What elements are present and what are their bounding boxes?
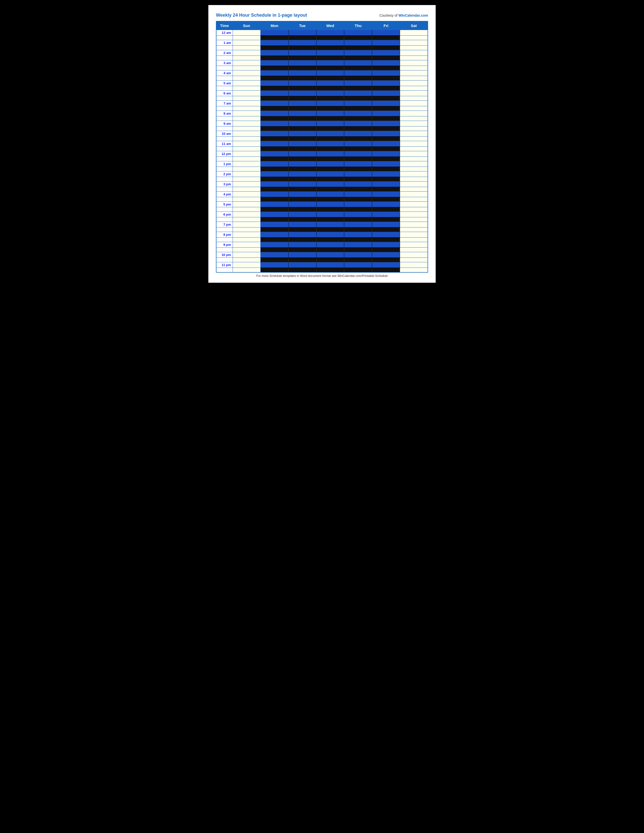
table-row [216, 167, 428, 171]
col-header-tue: Tue [288, 21, 316, 30]
page-title: Weekly 24 Hour Schedule in 1-page layout [216, 13, 307, 18]
table-row: 4 pm [216, 191, 428, 197]
col-header-sun: Sun [233, 21, 260, 30]
table-row: 6 pm [216, 212, 428, 217]
table-row: 1 am [216, 40, 428, 46]
table-row [216, 147, 428, 151]
table-row [216, 268, 428, 272]
page-header: Weekly 24 Hour Schedule in 1-page layout… [216, 13, 428, 18]
table-row [216, 238, 428, 242]
col-header-time: Time [216, 21, 233, 30]
table-row [216, 96, 428, 101]
table-row: 8 pm [216, 232, 428, 238]
table-row [216, 207, 428, 212]
table-row: 8 am [216, 111, 428, 116]
col-header-sat: Sat [400, 21, 428, 30]
col-header-thu: Thu [344, 21, 372, 30]
table-row: 9 pm [216, 242, 428, 248]
table-row: 6 am [216, 91, 428, 96]
footer-text: For more Schedule templates in Word docu… [216, 274, 428, 278]
col-header-mon: Mon [261, 21, 288, 30]
header-row: Time Sun Mon Tue Wed Thu Fri Sat [216, 21, 428, 30]
table-row [216, 187, 428, 191]
table-row: 5 am [216, 80, 428, 86]
table-row [216, 86, 428, 91]
table-row [216, 258, 428, 262]
table-row [216, 157, 428, 161]
courtesy-text: Courtesy of WinCalendar.com [379, 13, 428, 18]
table-row: 9 am [216, 121, 428, 127]
page-container: Weekly 24 Hour Schedule in 1-page layout… [208, 5, 436, 283]
table-row: 1 pm [216, 161, 428, 167]
table-row: 5 pm [216, 202, 428, 207]
table-row: 12 am [216, 30, 428, 35]
table-row [216, 76, 428, 80]
table-row: 7 am [216, 101, 428, 106]
table-row: 12 pm [216, 151, 428, 157]
table-row [216, 66, 428, 71]
col-header-fri: Fri [372, 21, 400, 30]
table-row: 2 am [216, 50, 428, 56]
table-row [216, 227, 428, 232]
table-row [216, 127, 428, 131]
table-row: 2 pm [216, 171, 428, 177]
table-row [216, 248, 428, 252]
table-row [216, 217, 428, 222]
table-row [216, 116, 428, 121]
table-row [216, 106, 428, 111]
table-row [216, 35, 428, 40]
table-row [216, 46, 428, 50]
table-row: 3 pm [216, 182, 428, 187]
table-row [216, 177, 428, 182]
table-row: 4 am [216, 71, 428, 76]
table-row: 10 am [216, 131, 428, 137]
table-row: 3 am [216, 60, 428, 66]
courtesy-link[interactable]: WinCalendar.com [399, 13, 428, 18]
table-row: 11 pm [216, 262, 428, 268]
col-header-wed: Wed [316, 21, 344, 30]
table-row: 7 pm [216, 222, 428, 227]
table-row [216, 137, 428, 141]
schedule-table: Time Sun Mon Tue Wed Thu Fri Sat 12 am1 … [216, 21, 428, 273]
table-row [216, 197, 428, 202]
table-row: 11 am [216, 141, 428, 147]
table-row: 10 pm [216, 252, 428, 258]
table-row [216, 56, 428, 60]
